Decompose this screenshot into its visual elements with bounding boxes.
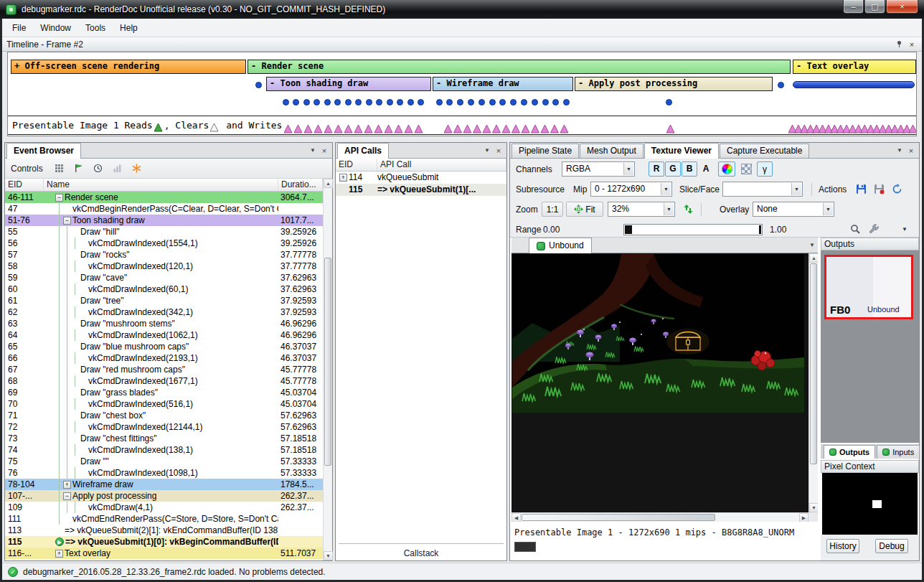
event-row[interactable]: 57Draw "rocks"37.77778 <box>5 249 323 261</box>
timeline-body[interactable]: Presentable Image 1 Reads, Clears and Wr… <box>7 52 917 136</box>
timeline-event-dot[interactable] <box>542 99 549 105</box>
timeline-event-dot[interactable] <box>293 99 299 105</box>
callstack-separator[interactable] <box>339 543 504 545</box>
event-row[interactable]: 58vkCmdDrawIndexed(120,1)37.77778 <box>5 261 323 272</box>
fit-button[interactable]: Fit <box>566 202 603 217</box>
checkerboard-button[interactable] <box>737 161 755 177</box>
panel-close-icon[interactable]: × <box>319 145 330 156</box>
timeline-event-dot[interactable] <box>324 99 331 105</box>
timeline-event-dot[interactable] <box>446 99 453 105</box>
timeline-event-dot[interactable] <box>521 99 527 105</box>
scroll-up-icon[interactable]: ▲ <box>809 253 818 263</box>
timer-icon[interactable] <box>90 161 107 177</box>
event-row[interactable]: 111vkCmdEndRenderPass(C=Store, D=Store, … <box>5 513 323 525</box>
range-high-handle[interactable] <box>759 225 761 234</box>
panel-dropdown-icon[interactable]: ▼ <box>307 145 319 156</box>
timeline-marker-bar[interactable]: - Render scene <box>248 60 791 74</box>
api-call-row[interactable]: 115=> vkQueueSubmit(1)[... <box>336 184 506 196</box>
event-row[interactable]: 60vkCmdDrawIndexed(60,1)37.62963 <box>5 283 323 295</box>
tab-pipeline-state[interactable]: Pipeline State <box>512 144 579 158</box>
pixel-context-view[interactable] <box>822 473 918 535</box>
timeline-event-dot[interactable] <box>303 99 310 105</box>
scroll-down-icon[interactable]: ▼ <box>324 551 333 560</box>
tab-unbound-texture[interactable]: Unbound <box>529 238 592 253</box>
event-row[interactable]: 107-...−Apply post processing262.37... <box>5 490 323 502</box>
timeline-event-dot[interactable] <box>778 82 784 88</box>
event-row[interactable]: 73Draw "chest fittings"57.18518 <box>5 433 323 444</box>
event-browser-header[interactable]: EIDNameDuratio... <box>5 179 323 192</box>
event-row[interactable]: 75Draw ""57.33333 <box>5 456 323 467</box>
minimize-button[interactable]: – <box>843 0 864 14</box>
timeline-event-dot[interactable] <box>355 99 362 105</box>
event-row[interactable]: 63Draw "mushroom stems"46.96296 <box>5 318 323 329</box>
menu-window[interactable]: Window <box>33 20 78 36</box>
outputs-header[interactable]: Outputs <box>821 238 919 250</box>
display-vscrollbar[interactable]: ▲ ▼ <box>808 253 818 512</box>
timeline-event-dot[interactable] <box>489 99 496 105</box>
channel-g-toggle[interactable]: G <box>665 161 681 177</box>
display-hscrollbar[interactable]: ◀ ▶ <box>512 512 808 522</box>
column-header-duration[interactable]: Duratio... <box>278 179 323 191</box>
menu-help[interactable]: Help <box>113 20 145 36</box>
event-row[interactable]: 78-104+Wireframe draw1784.5... <box>5 479 323 490</box>
event-row[interactable]: 64vkCmdDrawIndexed(1062,1)46.96296 <box>5 329 323 341</box>
scroll-left-icon[interactable]: ◀ <box>512 513 521 522</box>
autofit-wrench-icon[interactable] <box>866 222 882 237</box>
bookmark-icon[interactable] <box>70 161 88 177</box>
event-row[interactable]: 51-76−Toon shading draw1017.7... <box>5 215 323 226</box>
expander-icon[interactable]: − <box>63 217 71 225</box>
timeline-draw-span[interactable] <box>793 81 915 88</box>
texture-display[interactable]: ◀ ▶ ▲ ▼ <box>512 253 818 522</box>
timeline-event-dot[interactable] <box>510 99 517 105</box>
menu-tools[interactable]: Tools <box>78 20 113 36</box>
tab-event-browser[interactable]: Event Browser <box>6 143 81 159</box>
texture-image[interactable] <box>512 254 804 413</box>
timeline-event-dot[interactable] <box>376 99 382 105</box>
event-row[interactable]: 109vkCmdDraw(4,1)262.37... <box>5 502 323 513</box>
range-low-handle[interactable] <box>625 225 632 234</box>
timeline-marker-bar[interactable]: + Off-screen scene rendering <box>11 60 246 74</box>
event-row[interactable]: 72vkCmdDrawIndexed(12144,1)57.62963 <box>5 421 323 433</box>
gamma-button[interactable]: γ <box>757 161 773 177</box>
expander-icon[interactable]: − <box>63 492 71 500</box>
timeline-event-dot[interactable] <box>283 99 289 105</box>
tab-capture-executable[interactable]: Capture Executable <box>720 144 809 158</box>
tab-outputs[interactable]: Outputs <box>824 445 875 459</box>
refresh-icon[interactable] <box>889 182 905 197</box>
mip-select[interactable]: 0 - 1272x690▼ <box>590 182 672 197</box>
scroll-up-icon[interactable]: ▲ <box>324 179 333 188</box>
event-row[interactable]: 76vkCmdDrawIndexed(1098,1)57.33333 <box>5 467 323 479</box>
table-icon[interactable] <box>51 161 68 177</box>
save-icon[interactable] <box>853 182 869 197</box>
event-row[interactable]: 116-...+Text overlay511.7037 <box>5 548 323 559</box>
export-icon[interactable] <box>871 182 887 197</box>
timeline-close-icon[interactable]: × <box>906 39 918 50</box>
close-button[interactable]: × <box>886 0 918 14</box>
tab-mesh-output[interactable]: Mesh Output <box>580 144 644 158</box>
timeline-header[interactable]: Timeline - Frame #2 × <box>2 37 922 52</box>
timeline-marker-bar[interactable]: - Text overlay <box>793 60 916 74</box>
timeline-event-dot[interactable] <box>334 99 341 105</box>
pixel-context-header[interactable]: Pixel Context <box>821 460 919 473</box>
scroll-right-icon[interactable]: ▶ <box>799 513 808 522</box>
event-row[interactable]: 59Draw "cave"37.62963 <box>5 272 323 283</box>
toolbar-overflow-icon[interactable]: ▼ <box>902 222 908 238</box>
texture-tab-dropdown-icon[interactable]: ▼ <box>806 239 818 250</box>
channel-r-toggle[interactable]: R <box>649 161 664 177</box>
timeline-event-dot[interactable] <box>255 82 262 88</box>
event-row[interactable]: 66vkCmdDrawIndexed(2193,1)46.37037 <box>5 352 323 364</box>
event-row[interactable]: 62vkCmdDrawIndexed(342,1)37.92593 <box>5 306 323 318</box>
zoom-percent-input[interactable]: 32%▼ <box>608 202 675 217</box>
column-header-eid[interactable]: EID <box>5 179 44 191</box>
overlay-select[interactable]: None▼ <box>753 202 834 217</box>
event-row[interactable]: 70vkCmdDrawIndexed(516,1)45.03704 <box>5 398 323 410</box>
history-button[interactable]: History <box>826 539 859 553</box>
statistics-icon[interactable] <box>109 161 126 177</box>
slice-face-select[interactable]: ▼ <box>722 182 803 197</box>
api-calls-header[interactable]: EIDAPI Call <box>336 159 506 172</box>
timeline-event-dot[interactable] <box>532 99 538 105</box>
tab-inputs[interactable]: Inputs <box>877 445 920 459</box>
debug-button[interactable]: Debug <box>875 539 908 553</box>
pin-icon[interactable] <box>893 39 905 50</box>
event-row[interactable]: 68vkCmdDrawIndexed(1677,1)45.77778 <box>5 375 323 387</box>
